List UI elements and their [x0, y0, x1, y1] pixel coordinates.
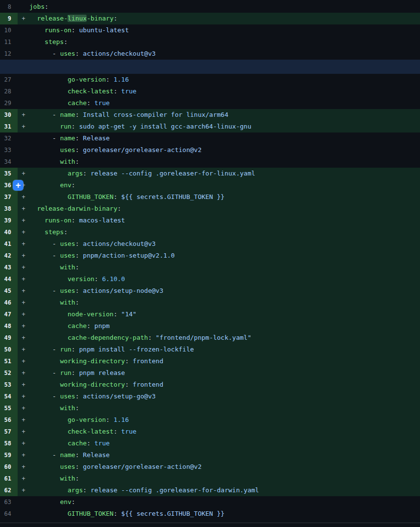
expand-hunk-band[interactable] [0, 60, 420, 74]
diff-add-marker: + [18, 203, 29, 215]
code-token [29, 240, 52, 247]
code-token: linux [67, 15, 87, 22]
code-token: macos-latest [79, 217, 125, 224]
add-comment-button[interactable]: + [13, 180, 23, 191]
code-line: - uses: actions/checkout@v3 [29, 48, 420, 60]
diff-add-marker: + [18, 191, 29, 203]
line-number[interactable]: 45 [0, 285, 18, 297]
diff-add-marker [18, 1, 29, 13]
line-number[interactable]: 38 [0, 203, 18, 215]
code-token: : [71, 369, 79, 376]
code-token [29, 252, 52, 259]
line-number[interactable]: 63 [0, 496, 18, 508]
code-line: jobs: [29, 1, 420, 13]
line-number[interactable]: 43 [0, 262, 18, 273]
diff-add-marker: + [18, 379, 29, 391]
line-number[interactable]: 39 [0, 215, 18, 226]
line-number[interactable]: 8 [0, 1, 18, 13]
code-line: version: 6.10.0 [29, 273, 420, 285]
diff-line: 51+ working-directory: frontend [0, 355, 420, 367]
line-number[interactable]: 59 [0, 449, 18, 461]
code-token: : [71, 181, 75, 189]
code-token: : [75, 111, 83, 118]
line-number[interactable]: 37 [0, 191, 18, 203]
code-token: : [87, 439, 94, 447]
line-number[interactable]: 10 [0, 24, 18, 36]
line-number[interactable]: 50 [0, 344, 18, 355]
line-number[interactable]: 41 [0, 238, 18, 250]
line-number[interactable]: 35 [0, 168, 18, 179]
code-token: check-latest [67, 88, 113, 95]
diff-line: 52+ - run: pnpm release [0, 367, 420, 379]
diff-add-marker: + [18, 473, 29, 484]
code-line: env: [29, 179, 420, 191]
code-token: sudo apt-get -y install gcc-aarch64-linu… [79, 123, 251, 130]
code-line: - uses: actions/setup-go@v3 [29, 391, 420, 402]
code-token: - [52, 369, 60, 376]
code-token: check-latest [67, 428, 113, 435]
line-number[interactable]: 29 [0, 97, 18, 109]
line-number[interactable]: 31 [0, 121, 18, 132]
diff-line: 28 check-latest: true [0, 86, 420, 97]
diff-add-marker [18, 144, 29, 156]
line-number[interactable]: 34 [0, 156, 18, 168]
line-number[interactable]: 47 [0, 308, 18, 320]
line-number[interactable]: 52 [0, 367, 18, 379]
line-number[interactable]: 28 [0, 86, 18, 97]
code-token: name [60, 134, 75, 142]
line-number[interactable]: 46 [0, 297, 18, 308]
code-token: release-darwin-binary [37, 205, 117, 212]
diff-view: 8jobs:9+ release-linux-binary:10 runs-on… [0, 0, 420, 527]
line-number[interactable]: 9 [0, 13, 18, 24]
line-number[interactable]: 58 [0, 438, 18, 449]
diff-line: 31+ run: sudo apt-get -y install gcc-aar… [0, 121, 420, 132]
code-line: check-latest: true [29, 86, 420, 97]
code-token [29, 99, 67, 107]
code-token [29, 111, 52, 118]
code-token: working-directory [60, 381, 125, 388]
line-number[interactable]: 56 [0, 414, 18, 426]
diff-line: 42+ - uses: pnpm/action-setup@v2.1.0 [0, 250, 420, 262]
line-number[interactable]: 48 [0, 320, 18, 332]
line-number[interactable]: 60 [0, 461, 18, 473]
code-token [29, 357, 60, 365]
diff-line: 39+ runs-on: macos-latest [0, 215, 420, 226]
line-number[interactable]: 51 [0, 355, 18, 367]
line-number[interactable]: 44 [0, 273, 18, 285]
line-number[interactable]: 12 [0, 48, 18, 60]
diff-line: 48+ cache: pnpm [0, 320, 420, 332]
line-number[interactable]: 42 [0, 250, 18, 262]
code-token: : [75, 146, 83, 154]
code-token: : [87, 99, 94, 107]
code-token: : [113, 88, 121, 95]
line-number[interactable]: 61 [0, 473, 18, 484]
line-number[interactable]: 32 [0, 132, 18, 144]
code-token [29, 146, 60, 154]
line-number[interactable]: 27 [0, 74, 18, 86]
diff-line: 60+ uses: goreleaser/goreleaser-action@v… [0, 461, 420, 473]
line-number[interactable]: 62 [0, 484, 18, 496]
code-token [29, 193, 67, 200]
code-token: - [52, 393, 60, 400]
line-number[interactable]: 40 [0, 226, 18, 238]
diff-line: 8jobs: [0, 1, 420, 13]
line-number[interactable]: 49 [0, 332, 18, 344]
line-number[interactable]: 64 [0, 508, 18, 520]
line-number[interactable]: 54 [0, 391, 18, 402]
code-token: jobs [29, 3, 44, 10]
line-number[interactable]: 11 [0, 36, 18, 48]
code-token: : [117, 205, 121, 212]
line-number[interactable]: 55 [0, 402, 18, 414]
code-line: with: [29, 297, 420, 308]
code-line: - name: Release [29, 132, 420, 144]
code-token: : [113, 15, 117, 22]
code-line: go-version: 1.16 [29, 414, 420, 426]
line-number[interactable]: 57 [0, 426, 18, 438]
code-token: pnpm [94, 322, 110, 329]
diff-line: 54+ - uses: actions/setup-go@v3 [0, 391, 420, 402]
code-token: true [121, 88, 136, 95]
diff-line: 59+ - name: Release [0, 449, 420, 461]
line-number[interactable]: 30 [0, 109, 18, 121]
line-number[interactable]: 33 [0, 144, 18, 156]
line-number[interactable]: 53 [0, 379, 18, 391]
